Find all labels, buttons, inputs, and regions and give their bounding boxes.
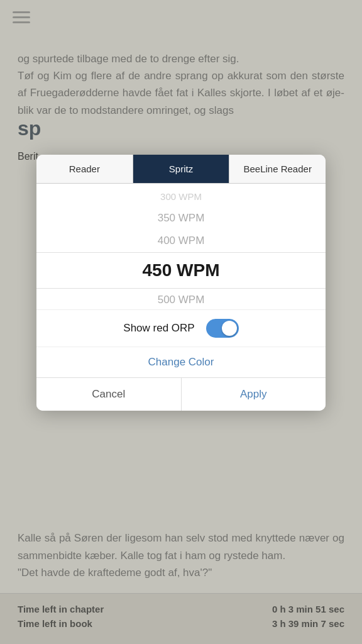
wpm-item-300[interactable]: 300 WPM [36,186,326,207]
tab-spritz[interactable]: Spritz [133,155,230,183]
wpm-picker[interactable]: 300 WPM 350 WPM 400 WPM 450 WPM 500 WPM … [36,184,326,309]
action-buttons: Cancel Apply [36,377,326,411]
orp-label: Show red ORP [123,322,194,335]
orp-row: Show red ORP [36,309,326,347]
tab-beeline[interactable]: BeeLine Reader [229,155,326,183]
tab-reader[interactable]: Reader [36,155,133,183]
settings-modal: Reader Spritz BeeLine Reader 300 WPM 350… [36,155,326,411]
wpm-item-350[interactable]: 350 WPM [36,207,326,230]
cancel-button[interactable]: Cancel [36,378,182,411]
wpm-list: 300 WPM 350 WPM 400 WPM 450 WPM 500 WPM … [36,184,326,309]
wpm-item-400[interactable]: 400 WPM [36,230,326,252]
change-color-row: Change Color [36,347,326,377]
change-color-link[interactable]: Change Color [148,356,214,368]
wpm-item-450[interactable]: 450 WPM [36,252,326,289]
orp-toggle[interactable] [206,319,239,338]
apply-button[interactable]: Apply [182,378,326,411]
tab-bar: Reader Spritz BeeLine Reader [36,155,326,184]
toggle-thumb [222,321,237,336]
wpm-item-500[interactable]: 500 WPM [36,289,326,309]
